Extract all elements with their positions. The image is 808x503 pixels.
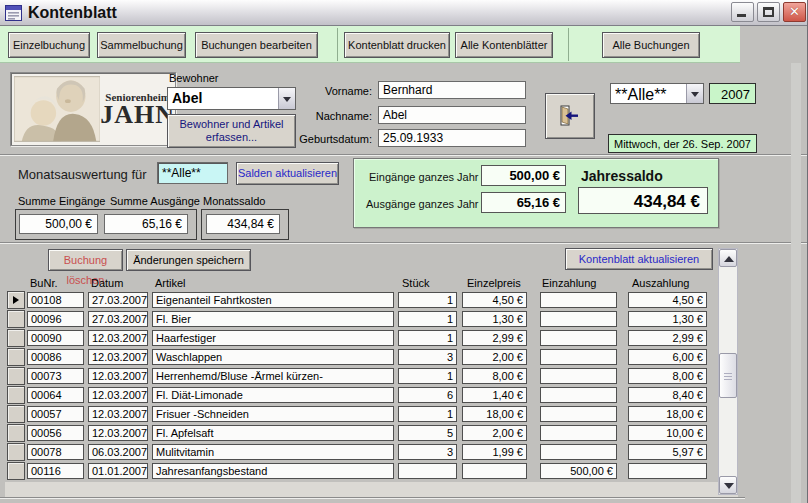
cell-bunr[interactable]: 00078	[27, 444, 84, 460]
kontenblatt-drucken-button[interactable]: Kontenblatt drucken	[344, 32, 450, 58]
cell-auszahlung[interactable]: 5,97 €	[628, 444, 707, 460]
kontenblatt-aktualisieren-button[interactable]: Kontenblatt aktualisieren	[565, 248, 713, 270]
cell-stueck[interactable]: 3	[398, 349, 457, 365]
cell-einzelpreis[interactable]: 2,00 €	[462, 349, 527, 365]
cell-einzelpreis[interactable]: 2,00 €	[462, 425, 527, 441]
cell-einzelpreis[interactable]: 1,99 €	[462, 444, 527, 460]
cell-stueck[interactable]: 1	[398, 330, 457, 346]
cell-einzahlung[interactable]	[540, 349, 617, 365]
cell-artikel[interactable]: Mulitvitamin	[152, 444, 394, 460]
row-selector[interactable]	[7, 348, 25, 366]
cell-einzelpreis[interactable]: 2,99 €	[462, 330, 527, 346]
row-selector[interactable]	[7, 462, 25, 480]
cell-datum[interactable]: 12.03.2007	[88, 387, 148, 403]
cell-einzahlung[interactable]	[540, 444, 617, 460]
cell-artikel[interactable]: Frisuer -Schneiden	[152, 406, 394, 422]
cell-bunr[interactable]: 00073	[27, 368, 84, 384]
cell-datum[interactable]: 12.03.2007	[88, 330, 148, 346]
close-button[interactable]: ✕	[783, 2, 806, 22]
close-form-button[interactable]	[545, 93, 595, 139]
cell-artikel[interactable]: Fl. Apfelsaft	[152, 425, 394, 441]
cell-artikel[interactable]: Jahresanfangsbestand	[152, 463, 394, 479]
row-selector[interactable]	[7, 310, 25, 328]
row-selector[interactable]	[7, 386, 25, 404]
cell-artikel[interactable]: Fl. Diät-Limonade	[152, 387, 394, 403]
sammelbuchung-button[interactable]: Sammelbuchung	[97, 32, 186, 58]
cell-bunr[interactable]: 00096	[27, 311, 84, 327]
cell-datum[interactable]: 01.01.2007	[88, 463, 148, 479]
cell-auszahlung[interactable]: 8,40 €	[628, 387, 707, 403]
cell-auszahlung[interactable]: 2,99 €	[628, 330, 707, 346]
cell-artikel[interactable]: Fl. Bier	[152, 311, 394, 327]
cell-bunr[interactable]: 00116	[27, 463, 84, 479]
year-filter-combobox[interactable]: **Alle**	[610, 83, 704, 104]
row-selector-current[interactable]	[7, 291, 25, 309]
cell-bunr[interactable]: 00057	[27, 406, 84, 422]
cell-einzahlung[interactable]	[540, 425, 617, 441]
geburtsdatum-field[interactable]: 25.09.1933	[378, 129, 526, 147]
cell-bunr[interactable]: 00056	[27, 425, 84, 441]
cell-einzahlung[interactable]	[540, 406, 617, 422]
maximize-button[interactable]	[757, 2, 780, 22]
chevron-down-icon[interactable]	[686, 84, 703, 103]
cell-bunr[interactable]: 00064	[27, 387, 84, 403]
cell-auszahlung[interactable]: 8,00 €	[628, 368, 707, 384]
cell-einzelpreis[interactable]: 1,40 €	[462, 387, 527, 403]
alle-kontenblaetter-button[interactable]: Alle Kontenblätter	[455, 32, 553, 58]
vorname-field[interactable]: Bernhard	[378, 81, 526, 99]
row-selector[interactable]	[7, 367, 25, 385]
month-filter-field[interactable]: **Alle**	[157, 162, 228, 184]
cell-bunr[interactable]: 00108	[27, 292, 84, 308]
cell-auszahlung[interactable]: 6,00 €	[628, 349, 707, 365]
scroll-down-icon[interactable]	[719, 476, 737, 494]
cell-bunr[interactable]: 00090	[27, 330, 84, 346]
cell-datum[interactable]: 12.03.2007	[88, 349, 148, 365]
buchungen-bearbeiten-button[interactable]: Buchungen bearbeiten	[195, 32, 318, 58]
cell-auszahlung[interactable]	[628, 463, 707, 479]
cell-stueck[interactable]	[398, 463, 457, 479]
cell-einzelpreis[interactable]: 18,00 €	[462, 406, 527, 422]
cell-datum[interactable]: 06.03.2007	[88, 444, 148, 460]
cell-artikel[interactable]: Eigenanteil Fahrtkosten	[152, 292, 394, 308]
aenderungen-speichern-button[interactable]: Änderungen speichern	[126, 249, 251, 271]
cell-auszahlung[interactable]: 18,00 €	[628, 406, 707, 422]
cell-einzahlung[interactable]	[540, 387, 617, 403]
cell-einzelpreis[interactable]: 4,50 €	[462, 292, 527, 308]
scrollbar-thumb[interactable]	[719, 353, 737, 398]
table-scrollbar[interactable]	[718, 248, 738, 495]
cell-stueck[interactable]: 1	[398, 292, 457, 308]
row-selector[interactable]	[7, 443, 25, 461]
cell-stueck[interactable]: 3	[398, 444, 457, 460]
cell-einzahlung[interactable]	[540, 311, 617, 327]
cell-einzelpreis[interactable]	[462, 463, 527, 479]
cell-auszahlung[interactable]: 1,30 €	[628, 311, 707, 327]
cell-datum[interactable]: 12.03.2007	[88, 368, 148, 384]
cell-datum[interactable]: 27.03.2007	[88, 311, 148, 327]
cell-bunr[interactable]: 00086	[27, 349, 84, 365]
cell-einzahlung[interactable]	[540, 330, 617, 346]
chevron-down-icon[interactable]	[278, 88, 295, 109]
row-selector[interactable]	[7, 329, 25, 347]
nachname-field[interactable]: Abel	[378, 106, 526, 124]
einzelbuchung-button[interactable]: Einzelbuchung	[8, 32, 90, 58]
minimize-button[interactable]	[731, 2, 754, 22]
scroll-up-icon[interactable]	[719, 249, 737, 267]
cell-stueck[interactable]: 5	[398, 425, 457, 441]
cell-auszahlung[interactable]: 10,00 €	[628, 425, 707, 441]
cell-einzahlung[interactable]	[540, 368, 617, 384]
alle-buchungen-button[interactable]: Alle Buchungen	[602, 32, 700, 58]
cell-auszahlung[interactable]: 4,50 €	[628, 292, 707, 308]
cell-artikel[interactable]: Herrenhemd/Bluse -Ärmel kürzen-	[152, 368, 394, 384]
cell-datum[interactable]: 27.03.2007	[88, 292, 148, 308]
cell-stueck[interactable]: 1	[398, 406, 457, 422]
cell-einzelpreis[interactable]: 8,00 €	[462, 368, 527, 384]
cell-einzahlung[interactable]: 500,00 €	[540, 463, 617, 479]
cell-datum[interactable]: 12.03.2007	[88, 406, 148, 422]
cell-datum[interactable]: 12.03.2007	[88, 425, 148, 441]
row-selector[interactable]	[7, 424, 25, 442]
row-selector[interactable]	[7, 405, 25, 423]
cell-einzahlung[interactable]	[540, 292, 617, 308]
bewohner-combobox[interactable]: Abel	[167, 87, 296, 110]
bewohner-artikel-erfassen-button[interactable]: Bewohner und Artikel erfassen...	[167, 114, 296, 148]
cell-stueck[interactable]: 6	[398, 387, 457, 403]
